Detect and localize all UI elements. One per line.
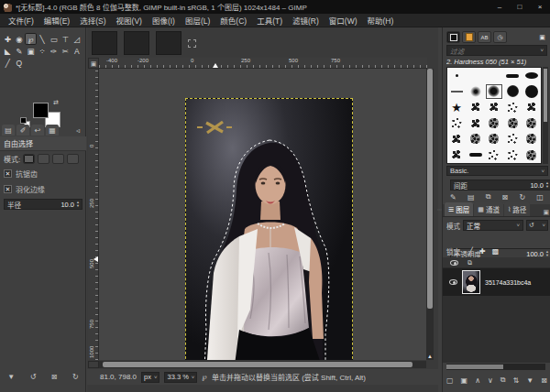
brush-tag-select[interactable]: Basic. ˅ xyxy=(446,166,548,176)
menu-edit[interactable]: 编辑(E) xyxy=(39,13,74,27)
clone-tool-icon[interactable]: ▣ xyxy=(25,45,37,57)
save-preset-icon[interactable]: ▼ xyxy=(7,373,15,381)
menu-windows[interactable]: 窗口(W) xyxy=(324,13,362,27)
vertical-scrollbar[interactable]: ▲ xyxy=(426,69,434,360)
layer-list-empty-area[interactable] xyxy=(443,296,550,363)
brush-swatch[interactable] xyxy=(522,100,541,115)
image-tab-2[interactable] xyxy=(124,31,149,55)
delete-brush-icon[interactable]: ⊠ xyxy=(502,193,509,201)
text-tool-icon[interactable]: A xyxy=(72,45,83,57)
brush-swatch[interactable] xyxy=(447,68,466,83)
brush-swatch[interactable] xyxy=(503,115,522,131)
brush-swatch[interactable] xyxy=(522,68,541,83)
brush-filter-input[interactable]: 过滤 ˅ xyxy=(446,45,547,56)
brush-swatch[interactable] xyxy=(503,131,522,147)
color-picker-tool-icon[interactable]: ⁘ xyxy=(37,45,49,57)
reset-preset-icon[interactable]: ↻ xyxy=(72,373,79,381)
tab-images[interactable]: ▦ xyxy=(46,125,59,136)
tab-patterns[interactable] xyxy=(462,31,476,43)
rect-select-tool-icon[interactable]: ▭ xyxy=(48,33,60,45)
free-select-tool-icon[interactable]: ℘ xyxy=(25,33,37,45)
default-colors-icon[interactable] xyxy=(20,117,27,124)
mode-add-button[interactable] xyxy=(38,154,50,164)
horizontal-scrollbar[interactable] xyxy=(99,361,426,368)
brush-swatch[interactable] xyxy=(503,68,522,83)
lock-pixels-icon[interactable]: ╱ xyxy=(468,247,473,256)
mode-subtract-button[interactable] xyxy=(52,154,64,164)
layers-scrollbar[interactable] xyxy=(446,364,545,370)
brush-swatch[interactable] xyxy=(466,68,484,83)
brush-grid-scrollbar[interactable] xyxy=(543,67,548,164)
canvas-viewport[interactable] xyxy=(99,69,426,360)
anchor-layer-icon[interactable]: ▼ xyxy=(526,376,534,385)
raise-layer-icon[interactable]: ∧ xyxy=(475,376,480,385)
quick-mask-toggle[interactable] xyxy=(88,361,99,368)
pencil-tool-icon[interactable]: ✎ xyxy=(14,45,26,57)
new-brush-icon[interactable]: ▤ xyxy=(468,193,475,201)
brush-swatch[interactable] xyxy=(466,83,484,99)
layer-thumbnail[interactable] xyxy=(462,270,480,294)
open-brush-as-image-icon[interactable]: ◫ xyxy=(536,193,544,201)
brush-swatch[interactable] xyxy=(485,68,503,83)
horizontal-ruler[interactable]: -400 -200 0 250 500 750 xyxy=(99,58,427,69)
menu-select[interactable]: 选择(S) xyxy=(75,13,110,27)
menu-help[interactable]: 帮助(H) xyxy=(362,13,398,27)
duplicate-layer-icon[interactable]: ⧉ xyxy=(500,376,506,385)
ellipse-select-tool-icon[interactable]: ◉ xyxy=(14,33,26,45)
layer-row[interactable]: 35174a331bc4a xyxy=(443,268,550,296)
brush-swatch[interactable] xyxy=(447,147,466,162)
menu-colors[interactable]: 颜色(C) xyxy=(215,13,251,27)
tab-document-history[interactable]: ◷ xyxy=(493,31,507,43)
brush-swatch[interactable] xyxy=(485,115,503,131)
merge-layer-icon[interactable]: ⇅ xyxy=(513,376,520,385)
antialias-checkbox[interactable]: ✕ xyxy=(4,169,12,178)
tab-auto-icon[interactable] xyxy=(188,39,196,48)
tab-layers[interactable]: ☰ 图层 xyxy=(445,202,473,216)
tab-undo-history[interactable]: ↩ xyxy=(31,125,44,136)
menu-tools[interactable]: 工具(T) xyxy=(252,13,287,27)
menu-view[interactable]: 视图(V) xyxy=(112,13,147,27)
brush-swatch[interactable] xyxy=(485,131,503,147)
close-button[interactable]: × xyxy=(530,0,550,14)
brush-swatch[interactable] xyxy=(447,131,466,147)
zoom-tool-icon[interactable]: Q xyxy=(14,57,26,69)
brush-swatch[interactable] xyxy=(503,83,522,99)
edit-brush-icon[interactable]: ✎ xyxy=(450,193,456,201)
brush-swatch[interactable] xyxy=(503,147,522,162)
move-tool-icon[interactable]: ✚ xyxy=(2,33,14,45)
swap-colors-icon[interactable]: ⇄ xyxy=(53,99,59,106)
brush-swatch[interactable] xyxy=(466,100,484,115)
menu-file[interactable]: 文件(F) xyxy=(4,13,38,27)
lock-position-icon[interactable]: ✚ xyxy=(479,247,486,256)
vertical-scrollbar-thumb[interactable] xyxy=(427,69,433,309)
feather-checkbox[interactable]: ✕ xyxy=(4,185,12,193)
tab-brushes[interactable] xyxy=(446,31,460,43)
spacing-spinner[interactable]: ▲▼ xyxy=(545,181,550,189)
layer-visibility-icon[interactable] xyxy=(449,279,457,285)
menu-image[interactable]: 图像(I) xyxy=(148,13,180,27)
menu-layer[interactable]: 图层(L) xyxy=(181,13,214,27)
ink-tool-icon[interactable]: ✑ xyxy=(48,45,60,57)
tab-device-status[interactable]: ✐ xyxy=(16,125,29,136)
gradient-tool-icon[interactable]: ◣ xyxy=(2,45,14,57)
image-tab-1[interactable] xyxy=(92,31,117,55)
minimize-button[interactable]: – xyxy=(490,0,510,14)
brush-swatch[interactable] xyxy=(522,131,541,147)
scissors-tool-icon[interactable]: ✂ xyxy=(60,45,72,57)
radius-spinner[interactable]: ▲▼ xyxy=(76,201,82,208)
brush-swatch[interactable] xyxy=(447,115,466,131)
tab-tool-options[interactable]: ▤ xyxy=(2,125,15,136)
image-layer[interactable] xyxy=(185,98,353,360)
lock-alpha-icon[interactable]: ▩ xyxy=(492,247,500,256)
vertical-ruler[interactable]: 0 250 500 750 1000 xyxy=(88,69,99,360)
menu-filters[interactable]: 滤镜(R) xyxy=(288,13,324,27)
brush-swatch[interactable] xyxy=(522,83,541,99)
lower-layer-icon[interactable]: ∨ xyxy=(488,376,493,385)
delete-preset-icon[interactable]: ⊠ xyxy=(51,373,58,381)
brush-swatch[interactable]: ★ xyxy=(447,100,466,115)
restore-preset-icon[interactable]: ↺ xyxy=(30,373,37,381)
brush-swatch[interactable] xyxy=(466,115,484,131)
maximize-button[interactable]: □ xyxy=(510,0,530,14)
navigation-icon[interactable]: ▲ xyxy=(426,353,434,360)
brush-swatch[interactable] xyxy=(522,147,541,162)
